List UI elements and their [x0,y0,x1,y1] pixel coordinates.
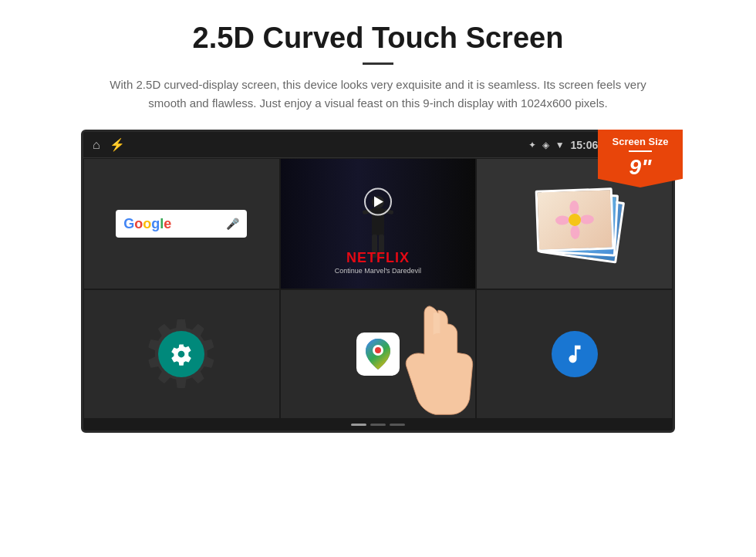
google-logo: Google [123,216,171,232]
settings-icon-circle [158,331,204,377]
share-location-cell[interactable]: Share location 1 × 1 [280,289,477,419]
netflix-cell[interactable]: NETFLIX Continue Marvel's Daredevil Netf… [280,158,477,289]
scroll-dot-3 [390,424,405,426]
hand-overlay [390,299,475,418]
status-time: 15:06 [571,139,599,151]
play-button[interactable] [364,187,392,215]
scroll-indicator [83,419,673,430]
badge-divider [629,150,652,152]
sound-search-cell[interactable]: Sound Search 1 × 1 [476,289,673,419]
play-triangle [374,196,383,207]
bluetooth-icon: ✦ [528,140,536,150]
share-label-row: Share location 1 × 1 [281,418,476,419]
svg-point-8 [375,347,381,353]
screen-size-badge: Screen Size 9" [598,130,683,187]
badge-label: Screen Size [606,136,675,147]
google-cell[interactable]: Google 🎤 Google 3 × 1 [83,158,280,289]
home-icon[interactable]: ⌂ [93,138,100,152]
netflix-continue: Continue Marvel's Daredevil [281,267,476,275]
settings-cell[interactable]: ⚙ Settings shortcut 1 × 1 [83,289,280,419]
subtitle-text: With 2.5D curved-display screen, this de… [100,76,656,113]
gear-svg [170,343,193,366]
settings-label-row: Settings shortcut 1 × 1 [84,418,279,419]
device-frame: ⌂ ⚡ ✦ ◈ ▼ 15:06 ⊡ ◁) ✕ ▭ [81,130,675,433]
scroll-dot-1 [351,424,366,426]
scroll-dot-2 [370,424,386,426]
netflix-cell-content: NETFLIX Continue Marvel's Daredevil [281,159,476,289]
google-cell-content: Google 🎤 [84,159,279,289]
mic-icon[interactable]: 🎤 [226,218,239,230]
title-section: 2.5D Curved Touch Screen With 2.5D curve… [46,22,710,113]
photo-card-front [535,187,614,251]
settings-cell-content: ⚙ [84,290,279,418]
badge-size: 9" [629,155,652,179]
status-bar: ⌂ ⚡ ✦ ◈ ▼ 15:06 ⊡ ◁) ✕ ▭ [83,132,673,158]
wifi-icon: ▼ [555,140,565,150]
page-title: 2.5D Curved Touch Screen [46,22,710,55]
location-icon: ◈ [542,140,549,150]
sound-label-row: Sound Search 1 × 1 [477,418,672,419]
google-search-bar[interactable]: Google 🎤 [116,210,247,238]
finger-svg [390,299,475,418]
share-cell-content [281,290,476,418]
netflix-logo: NETFLIX [281,250,476,266]
netflix-text-block: NETFLIX Continue Marvel's Daredevil [281,250,476,275]
title-divider [363,62,393,65]
usb-icon: ⚡ [110,137,125,152]
status-left: ⌂ ⚡ [93,137,125,152]
sound-cell-content [477,290,672,418]
sound-icon-circle [552,331,598,377]
photo-stack [528,185,621,262]
device-wrapper: Screen Size 9" ⌂ ⚡ ✦ ◈ ▼ 15:06 ⊡ ◁) ✕ [81,130,675,433]
music-note-svg [563,343,586,366]
app-grid: Google 🎤 Google 3 × 1 [83,158,673,419]
